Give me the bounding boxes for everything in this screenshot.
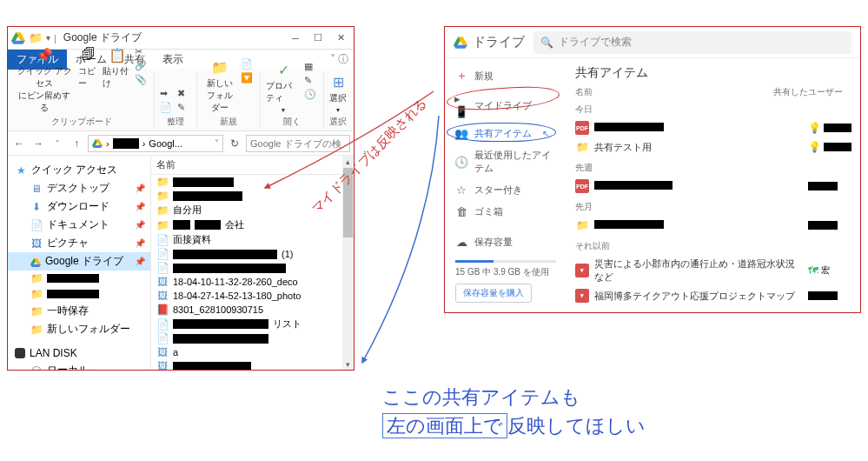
properties-button[interactable]: ✓プロパティ▾ <box>266 61 301 114</box>
file-item[interactable]: 📄リスト <box>151 317 342 331</box>
folder-icon: 📁 <box>156 176 169 188</box>
shared-item-row[interactable]: PDF💡 <box>575 118 851 137</box>
column-header-name[interactable]: 名前 <box>151 156 342 175</box>
copy-path-icon[interactable]: 🔗 <box>135 60 149 72</box>
shared-item-row[interactable]: PDF <box>575 177 851 196</box>
file-item[interactable]: 🖼18-04-10-11-32-28-260_deco <box>151 275 342 289</box>
nav-item-ドキュメント[interactable]: 📄ドキュメント📌 <box>8 216 150 234</box>
address-bar[interactable]: ›› Googl... ˅ <box>88 135 223 152</box>
nav-item-redacted[interactable]: 📁 <box>8 271 150 286</box>
sidebar-shared[interactable]: 👥共有アイテム↖ <box>445 123 567 144</box>
nav-item-redacted[interactable]: 📁 <box>8 286 150 302</box>
sidebar-recent[interactable]: 🕓最近使用したアイテム <box>445 144 567 179</box>
copy-to-icon[interactable]: 📄 <box>160 102 174 114</box>
back-button[interactable]: ← <box>11 136 27 151</box>
copy-icon: 🗐 <box>80 46 97 63</box>
shared-item-row[interactable]: ▾福岡博多テイクアウト応援プロジェクトマップ <box>575 286 851 305</box>
folder-dark-icon: 📁 <box>575 218 589 232</box>
close-button[interactable]: ✕ <box>331 30 350 46</box>
scroll-down-button[interactable]: ▾ <box>342 358 354 370</box>
file-item[interactable]: 📄 <box>151 331 342 345</box>
col-user[interactable]: 共有したユーザー <box>773 86 851 98</box>
quick-access-header[interactable]: ★クイック アクセス <box>8 161 150 179</box>
edit-icon[interactable]: ✎ <box>304 75 318 87</box>
col-name[interactable]: 名前 <box>575 86 773 98</box>
new-item-icon[interactable]: 📄 <box>241 58 255 70</box>
doc-blue-icon: 📄 <box>156 318 169 331</box>
drive-search-bar[interactable]: 🔍 ドライブで検索 <box>533 31 851 54</box>
cut-icon[interactable]: ✂ <box>135 46 149 58</box>
file-item[interactable]: 🖼 <box>151 359 342 370</box>
folder-icon: 📁 <box>29 31 43 44</box>
drive-logo[interactable]: ドライブ <box>454 34 525 50</box>
buy-storage-button[interactable]: 保存容量を購入 <box>455 284 532 303</box>
move-to-icon[interactable]: ➡ <box>160 88 174 100</box>
nav-item-一時保存[interactable]: 📁一時保存 <box>8 302 150 320</box>
minimize-button[interactable]: ─ <box>286 30 305 46</box>
help-button[interactable]: ˅ ⓘ <box>330 52 354 67</box>
nav-item-デスクトップ[interactable]: 🖥デスクトップ📌 <box>8 179 150 197</box>
file-item[interactable]: 📄 <box>151 261 342 275</box>
paste-button[interactable]: 📋貼り付け <box>103 46 131 90</box>
download-icon: ⬇ <box>30 201 43 213</box>
select-button[interactable]: ⊞選択▾ <box>329 73 347 114</box>
svg-marker-8 <box>30 264 41 267</box>
pin-icon: 📌 <box>135 238 145 248</box>
gdrive-icon <box>92 139 103 148</box>
shared-item-row[interactable]: 📁 <box>575 216 851 235</box>
file-item[interactable]: 📁会社 <box>151 217 342 232</box>
picture-icon: 🖼 <box>30 237 43 250</box>
recent-locations-button[interactable]: ˅ <box>50 136 65 151</box>
file-item[interactable]: 🖼a <box>151 345 342 359</box>
sidebar-new-button[interactable]: ＋新規 <box>445 63 567 88</box>
nav-item-ダウンロード[interactable]: ⬇ダウンロード📌 <box>8 197 150 216</box>
up-button[interactable]: ↑ <box>69 136 84 151</box>
section-today: 今日 <box>575 104 851 116</box>
copy-button[interactable]: 🗐コピー <box>78 46 100 90</box>
open-icon[interactable]: ▦ <box>304 61 318 73</box>
sidebar-trash[interactable]: 🗑ゴミ箱 <box>445 201 567 223</box>
file-item[interactable]: 📁 <box>151 175 342 189</box>
forward-button[interactable]: → <box>30 136 46 151</box>
section-older: それ以前 <box>575 240 851 252</box>
folder-icon: 📁 <box>156 190 169 202</box>
doc-blue-icon: 📄 <box>156 234 169 246</box>
refresh-button[interactable]: ↻ <box>227 136 242 151</box>
shared-item-row[interactable]: 📁共有テスト用💡 <box>575 137 851 157</box>
easy-access-icon[interactable]: 🔽 <box>241 72 255 84</box>
file-item[interactable]: 📄 (1) <box>151 247 342 261</box>
file-item[interactable]: 🖼18-04-27-14-52-13-180_photo <box>151 289 342 303</box>
search-input[interactable] <box>246 135 350 152</box>
nav-item-ピクチャ[interactable]: 🖼ピクチャ📌 <box>8 234 150 252</box>
new-folder-button[interactable]: 📁新しい フォルダー <box>202 58 237 114</box>
pin-quick-access-button[interactable]: 📌クイック アクセス にピン留めする <box>15 46 75 114</box>
maximize-button[interactable]: ☐ <box>308 30 328 46</box>
pdf-icon: PDF <box>575 179 589 193</box>
sidebar-my-drive[interactable]: ▸📱マイドライブ <box>445 88 567 123</box>
pdf-icon: PDF <box>575 121 589 135</box>
nav-item-新しいフォルダー[interactable]: 📁新しいフォルダー <box>8 320 150 338</box>
file-item[interactable]: 📕8301_628100930715 <box>151 303 342 317</box>
tab-view[interactable]: 表示 <box>154 50 192 70</box>
rename-icon[interactable]: ✎ <box>177 102 191 114</box>
landisk-header[interactable]: LAN DISK <box>8 345 150 361</box>
folder-icon: 📁 <box>30 324 43 336</box>
history-icon[interactable]: 🕓 <box>304 89 318 101</box>
sidebar-starred[interactable]: ☆スター付き <box>445 179 567 201</box>
gdrive-icon <box>454 37 467 49</box>
group-label-new: 新規 <box>220 116 237 128</box>
svg-marker-5 <box>92 145 103 148</box>
sidebar-storage[interactable]: ☁保存容量 <box>445 231 567 253</box>
crumb-google-drive[interactable]: Googl... <box>149 138 182 149</box>
img-icon: 🖼 <box>156 346 169 358</box>
landisk-local[interactable]: ⛁ローカル <box>8 361 150 370</box>
nav-item-Google ドライブ[interactable]: Google ドライブ📌 <box>8 252 150 271</box>
doc-blue-icon: 📄 <box>156 248 169 260</box>
desktop-icon: 🖥 <box>30 183 43 195</box>
gdrive-icon <box>30 257 41 266</box>
delete-icon[interactable]: ✖ <box>177 88 191 100</box>
file-item[interactable]: 📄面接資料 <box>151 232 342 247</box>
shared-item-row[interactable]: ▾災害による小郡市内の通行止め・道路冠水状況など🗺宏 <box>575 255 851 286</box>
paste-shortcut-icon[interactable]: 📎 <box>135 74 149 86</box>
cursor-icon: ↖ <box>542 129 549 138</box>
